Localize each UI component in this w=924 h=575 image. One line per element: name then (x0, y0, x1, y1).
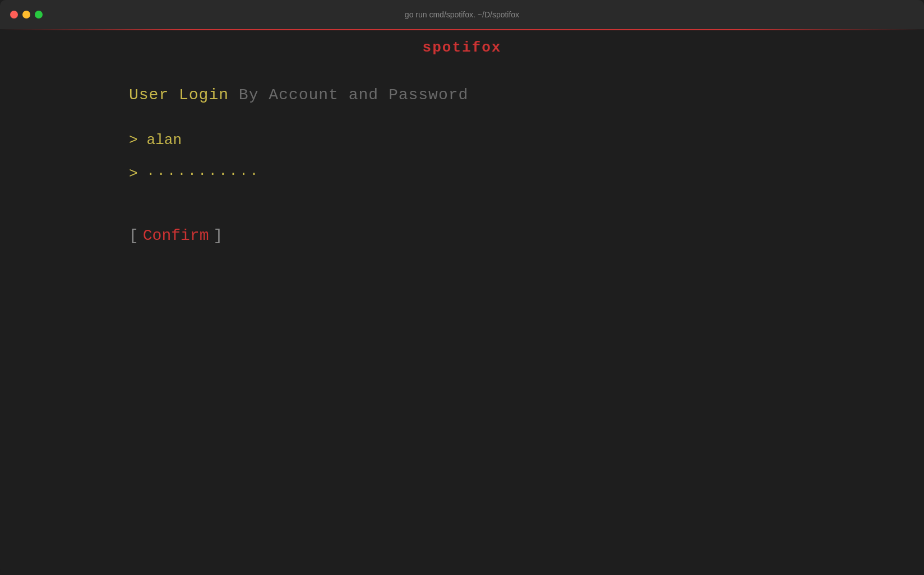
username-prompt: > (129, 132, 138, 149)
login-header-text: User Login By Account and Password (129, 86, 468, 104)
app-title: spotifox (423, 39, 502, 56)
username-row: > alan (129, 132, 924, 149)
window-title: go run cmd/spotifox. ~/D/spotifox (405, 10, 519, 19)
login-label: User Login (129, 86, 229, 104)
title-bar: go run cmd/spotifox. ~/D/spotifox (0, 0, 924, 29)
terminal-window: go run cmd/spotifox. ~/D/spotifox spotif… (0, 0, 924, 575)
password-row: > ··········· (129, 165, 924, 182)
bracket-close: ] (213, 227, 223, 244)
login-sub-label: By Account and Password (229, 86, 468, 104)
confirm-button[interactable]: Confirm (143, 227, 209, 244)
confirm-row[interactable]: [ Confirm ] (129, 227, 924, 244)
password-dots: ··········· (147, 166, 260, 182)
minimize-button[interactable] (22, 11, 30, 18)
close-button[interactable] (10, 11, 18, 18)
maximize-button[interactable] (35, 11, 43, 18)
login-header: User Login By Account and Password (129, 86, 924, 104)
username-value: alan (147, 132, 182, 149)
bracket-open: [ (129, 227, 138, 244)
main-content: User Login By Account and Password > ala… (0, 64, 924, 575)
traffic-lights (10, 11, 43, 18)
app-title-bar: spotifox (0, 30, 924, 64)
password-prompt: > (129, 165, 138, 182)
